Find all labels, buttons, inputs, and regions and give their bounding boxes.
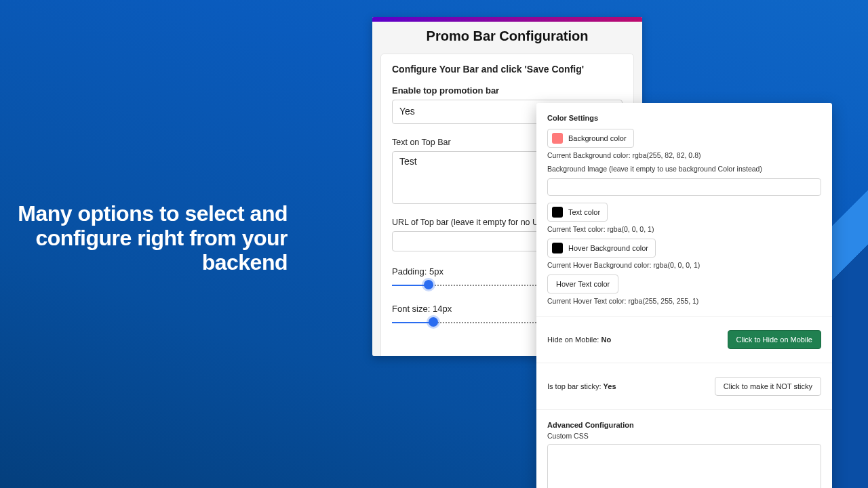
hovertext-color-current: Current Hover Text color: rgba(255, 255,… (547, 297, 821, 305)
color-settings-panel: Color Settings Background color Current … (536, 103, 832, 488)
color-settings-title: Color Settings (547, 114, 821, 122)
hoverbg-color-label: Hover Background color (568, 244, 648, 252)
hide-mobile-row: Hide on Mobile: No Click to Hide on Mobi… (547, 327, 821, 352)
bg-color-label: Background color (568, 134, 627, 142)
bgimg-label: Background Image (leave it empty to use … (547, 165, 821, 173)
hovertext-color-label: Hover Text color (556, 280, 610, 288)
hide-mobile-label: Hide on Mobile: No (547, 336, 611, 344)
bg-color-current: Current Background color: rgba(255, 82, … (547, 151, 821, 159)
marketing-headline: Many options to select and configure rig… (0, 202, 300, 274)
text-color-current: Current Text color: rgba(0, 0, 0, 1) (547, 225, 821, 233)
config-subtitle: Configure Your Bar and click 'Save Confi… (392, 64, 623, 75)
customcss-label: Custom CSS (547, 432, 821, 440)
hovertext-color-button[interactable]: Hover Text color (547, 274, 618, 293)
bgimg-input[interactable] (547, 178, 821, 196)
bg-color-button[interactable]: Background color (547, 129, 634, 148)
advanced-title: Advanced Configuration (547, 421, 821, 429)
enable-label: Enable top promotion bar (392, 85, 623, 96)
brand-bar (372, 17, 642, 22)
text-color-label: Text color (568, 208, 600, 216)
sticky-label: Is top bar sticky: Yes (547, 382, 616, 390)
sticky-button[interactable]: Click to make it NOT sticky (715, 377, 821, 396)
text-color-swatch (552, 207, 563, 218)
hoverbg-color-button[interactable]: Hover Background color (547, 239, 656, 258)
hoverbg-color-current: Current Hover Background color: rgba(0, … (547, 261, 821, 269)
stage: Many options to select and configure rig… (0, 0, 868, 488)
customcss-input[interactable] (547, 444, 821, 488)
sticky-row: Is top bar sticky: Yes Click to make it … (547, 374, 821, 399)
bg-color-swatch (552, 133, 563, 144)
text-color-button[interactable]: Text color (547, 203, 608, 222)
page-title: Promo Bar Configuration (372, 22, 642, 54)
hide-mobile-button[interactable]: Click to Hide on Mobile (728, 330, 822, 349)
hoverbg-color-swatch (552, 243, 563, 253)
